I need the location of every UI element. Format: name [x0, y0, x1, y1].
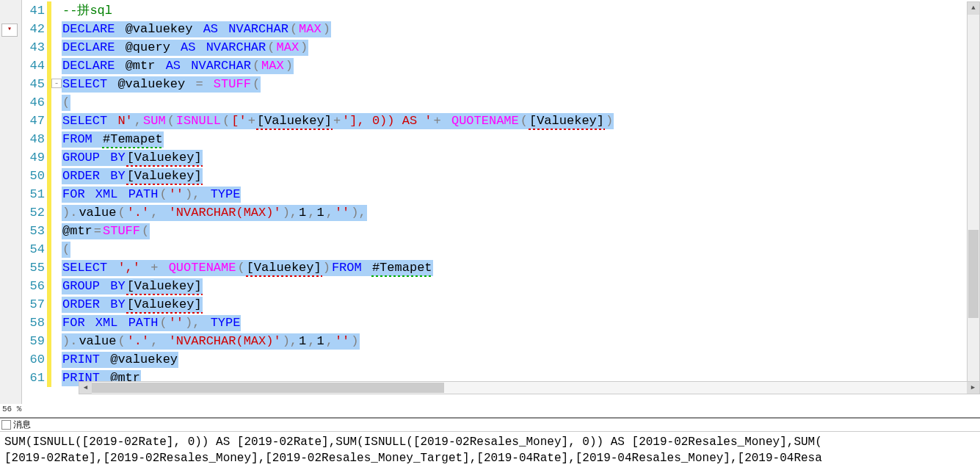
line-number: 41 [22, 1, 47, 20]
scroll-up-icon[interactable]: ▲ [968, 2, 979, 15]
line-number: 56 [22, 277, 47, 295]
code-line[interactable]: ).value('.', 'NVARCHAR(MAX)'),1,1,'') [62, 332, 360, 350]
left-sidebar: ▾ [0, 0, 22, 470]
line-number: 61 [22, 369, 47, 387]
output-line: SUM(ISNULL([2019-02Rate], 0)) AS [2019-0… [4, 434, 976, 450]
change-marker [47, 314, 51, 332]
code-line[interactable]: SELECT @valuekey = STUFF( [62, 75, 261, 93]
code-line[interactable]: GROUP BY[Valuekey] [62, 148, 203, 167]
line-number: 58 [22, 314, 47, 332]
sidebar-dropdown[interactable]: ▾ [1, 24, 18, 37]
code-line[interactable]: ORDER BY[Valuekey] [62, 295, 203, 314]
code-line[interactable]: SELECT ',' + QUOTENAME([Valuekey])FROM #… [62, 258, 433, 277]
code-line[interactable]: ( [62, 240, 70, 258]
output-body[interactable]: SUM(ISNULL([2019-02Rate], 0)) AS [2019-0… [0, 432, 980, 469]
output-tab-messages[interactable]: 消息 [0, 419, 980, 432]
code-line[interactable]: FROM #Temapet [62, 130, 164, 148]
scroll-left-icon[interactable]: ◀ [79, 382, 92, 394]
change-marker [47, 240, 51, 258]
code-line[interactable]: @mtr=STUFF( [62, 222, 150, 240]
line-number: 60 [22, 350, 47, 369]
h-scroll-track[interactable] [92, 382, 967, 394]
line-number: 50 [22, 167, 47, 185]
code-line[interactable]: DECLARE @query AS NVARCHAR(MAX) [62, 38, 308, 57]
code-line[interactable]: ORDER BY[Valuekey] [62, 167, 203, 185]
line-number: 49 [22, 148, 47, 167]
change-marker [47, 277, 51, 295]
line-number: 59 [22, 332, 47, 350]
change-marker [47, 295, 51, 314]
line-number: 42 [22, 20, 47, 38]
code-line[interactable]: SELECT N',SUM(ISNULL(['+[Valuekey]+'], 0… [62, 112, 614, 130]
code-line[interactable]: PRINT @valuekey [62, 350, 178, 369]
change-marker [47, 148, 51, 167]
vertical-scrollbar[interactable]: ▲ ▼ [967, 1, 980, 394]
line-number: 55 [22, 258, 47, 277]
change-marker [47, 167, 51, 185]
line-number: 47 [22, 112, 47, 130]
line-number: 45 [22, 75, 47, 93]
code-editor[interactable]: 41--拼sql42DECLARE @valuekey AS NVARCHAR(… [22, 1, 980, 394]
fold-toggle[interactable]: - [51, 79, 62, 88]
line-number: 44 [22, 57, 47, 75]
line-number: 43 [22, 38, 47, 57]
change-marker [47, 258, 51, 277]
change-marker [47, 38, 51, 57]
code-line[interactable]: ( [62, 93, 70, 112]
v-scroll-thumb[interactable] [968, 230, 979, 318]
line-number: 48 [22, 130, 47, 148]
change-marker [47, 350, 51, 369]
editor-wrap: 41--拼sql42DECLARE @valuekey AS NVARCHAR(… [22, 1, 980, 394]
output-tab-label: 消息 [13, 419, 31, 431]
code-line[interactable]: DECLARE @valuekey AS NVARCHAR(MAX) [62, 20, 331, 38]
line-number: 53 [22, 222, 47, 240]
code-line[interactable]: DECLARE @mtr AS NVARCHAR(MAX) [62, 57, 294, 75]
code-line[interactable]: FOR XML PATH(''), TYPE [62, 314, 241, 332]
change-marker [47, 20, 51, 38]
zoom-indicator[interactable]: 56 % [0, 404, 23, 417]
change-marker [47, 1, 51, 20]
change-marker [47, 332, 51, 350]
line-number: 51 [22, 185, 47, 203]
change-marker [47, 222, 51, 240]
line-number: 46 [22, 93, 47, 112]
change-marker [47, 369, 51, 387]
output-line: [2019-02Rate],[2019-02Resales_Money],[20… [4, 450, 976, 466]
change-marker [47, 185, 51, 203]
output-pane: 消息 SUM(ISNULL([2019-02Rate], 0)) AS [201… [0, 417, 980, 470]
code-line[interactable]: ).value('.', 'NVARCHAR(MAX)'),1,1,''), [62, 203, 367, 222]
horizontal-scrollbar[interactable]: ◀ ▶ [79, 381, 980, 394]
code-line[interactable]: GROUP BY[Valuekey] [62, 277, 203, 295]
scroll-right-icon[interactable]: ▶ [967, 382, 979, 394]
h-scroll-thumb[interactable] [92, 383, 444, 393]
code-line[interactable]: --拼sql [62, 1, 113, 20]
change-marker [47, 203, 51, 222]
messages-icon [1, 420, 11, 430]
change-marker [47, 57, 51, 75]
change-marker [47, 93, 51, 112]
line-number: 57 [22, 295, 47, 314]
code-line[interactable]: FOR XML PATH(''), TYPE [62, 185, 241, 203]
change-marker [47, 130, 51, 148]
change-marker [47, 112, 51, 130]
line-number: 52 [22, 203, 47, 222]
line-number: 54 [22, 240, 47, 258]
